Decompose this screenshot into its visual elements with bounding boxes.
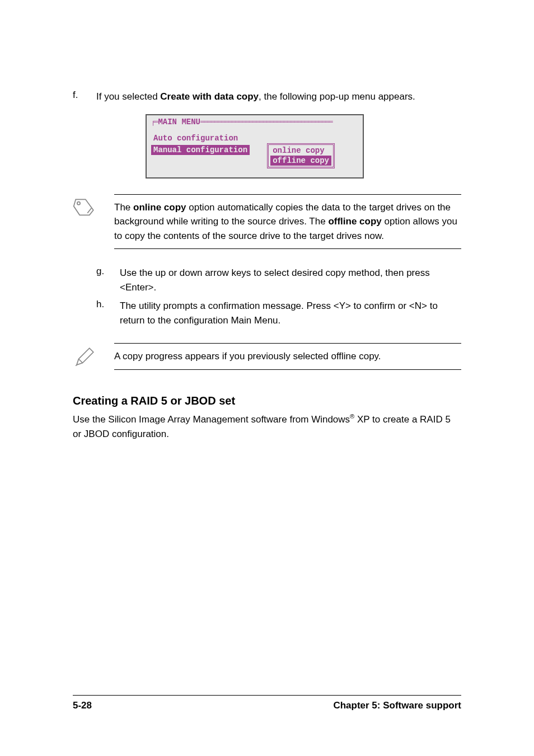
note1-bold1: online copy — [133, 202, 186, 213]
submenu-offline: offline copy — [270, 156, 331, 166]
step-text: If you selected Create with data copy, t… — [96, 90, 461, 104]
menu-item-auto: Auto configuration — [151, 133, 240, 143]
section-body-prefix: Use the Silicon Image Array Management s… — [73, 414, 350, 425]
step-text-g: Use the up or down arrow keys to select … — [120, 266, 461, 294]
note-body-1: The online copy option automatically cop… — [114, 194, 461, 250]
step-f-suffix: , the following pop-up menu appears. — [259, 91, 415, 102]
pencil-icon — [73, 345, 96, 369]
menu-title-row: ╒═ MAIN MENU ═══════════════════════════… — [151, 118, 358, 126]
step-f-prefix: If you selected — [96, 91, 160, 102]
step-marker-g: g. — [96, 266, 120, 294]
submenu: online copy offline copy — [267, 143, 335, 168]
section-heading: Creating a RAID 5 or JBOD set — [73, 395, 461, 407]
svg-point-0 — [77, 201, 80, 204]
section-body: Use the Silicon Image Array Management s… — [73, 412, 461, 442]
tag-icon — [73, 196, 96, 220]
page-footer: 5-28 Chapter 5: Software support — [73, 695, 461, 711]
menu-left-line: ╒═ — [151, 118, 158, 126]
menu-item-manual: Manual configuration — [151, 145, 250, 155]
step-h: h. The utility prompts a confirmation me… — [96, 299, 461, 327]
step-marker-h: h. — [96, 299, 120, 327]
note-2: A copy progress appears if you previousl… — [73, 343, 461, 371]
note-body-2: A copy progress appears if you previousl… — [114, 343, 461, 370]
step-marker: f. — [73, 90, 96, 104]
note-icon-pencil — [73, 343, 114, 371]
footer-page-number: 5-28 — [73, 700, 92, 711]
menu-title: MAIN MENU — [158, 118, 200, 126]
menu-right-line: ══════════════════════════════════════ — [200, 118, 332, 126]
note-icon-tag — [73, 194, 114, 222]
registered-symbol: ® — [350, 413, 354, 420]
step-f-bold: Create with data copy — [160, 91, 259, 102]
note-1: The online copy option automatically cop… — [73, 194, 461, 250]
note1-bold2: offline copy — [328, 216, 381, 227]
footer-chapter: Chapter 5: Software support — [333, 700, 461, 711]
step-f: f. If you selected Create with data copy… — [73, 90, 461, 104]
step-g: g. Use the up or down arrow keys to sele… — [96, 266, 461, 294]
page-content: f. If you selected Create with data copy… — [0, 0, 534, 442]
bios-menu-screenshot: ╒═ MAIN MENU ═══════════════════════════… — [146, 114, 364, 179]
submenu-online: online copy — [270, 145, 331, 156]
steps-gh: g. Use the up or down arrow keys to sele… — [96, 266, 461, 327]
step-text-h: The utility prompts a confirmation messa… — [120, 299, 461, 327]
note1-seg1: The — [114, 202, 133, 213]
